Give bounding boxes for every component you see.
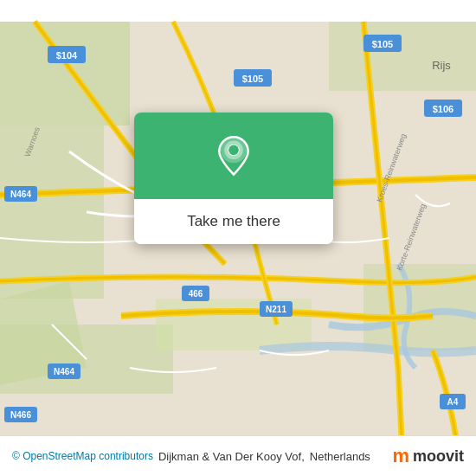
svg-text:N211: N211 xyxy=(266,305,286,314)
svg-text:466: 466 xyxy=(189,289,203,299)
svg-rect-3 xyxy=(329,22,476,91)
moovit-text: moovit xyxy=(413,447,464,466)
bottom-info: © OpenStreetMap contributors Dijkman & V… xyxy=(12,450,370,463)
location-pin-icon xyxy=(212,134,255,177)
popup-card: Take me there xyxy=(134,113,333,244)
svg-text:$106: $106 xyxy=(433,104,453,114)
moovit-logo: m moovit xyxy=(392,445,464,467)
take-me-there-button[interactable]: Take me there xyxy=(134,199,333,244)
svg-text:N464: N464 xyxy=(54,367,74,376)
osm-attribution[interactable]: © OpenStreetMap contributors xyxy=(12,450,153,462)
map-container: $104 $105 $105 $106 N464 N464 N466 466 N… xyxy=(0,0,476,476)
bottom-bar: © OpenStreetMap contributors Dijkman & V… xyxy=(0,435,476,476)
moovit-m-icon: m xyxy=(392,445,409,467)
svg-text:$105: $105 xyxy=(372,39,393,49)
svg-text:N466: N466 xyxy=(10,410,31,420)
svg-text:$104: $104 xyxy=(56,50,78,61)
popup-green-area xyxy=(134,113,333,199)
svg-rect-1 xyxy=(0,22,130,125)
svg-text:A4: A4 xyxy=(447,397,459,407)
business-name: Dijkman & Van Der Kooy Vof, xyxy=(158,450,305,463)
svg-point-35 xyxy=(228,145,239,156)
svg-text:Rijs: Rijs xyxy=(432,59,451,72)
country-name: Netherlands xyxy=(310,450,370,463)
svg-text:$105: $105 xyxy=(242,74,263,84)
svg-text:N464: N464 xyxy=(10,190,31,199)
